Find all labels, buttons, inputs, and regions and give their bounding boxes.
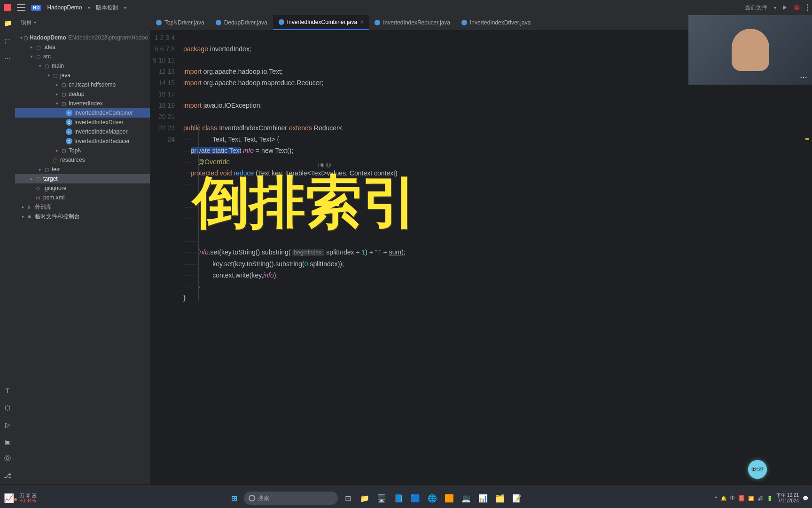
webcam-menu-icon: ⋯: [800, 73, 808, 82]
tree-item[interactable]: test: [52, 166, 61, 173]
tree-item[interactable]: 临时文件和控制台: [35, 213, 80, 221]
run-tool-icon[interactable]: ▷: [3, 421, 12, 429]
editor-tab[interactable]: TopNDriver.java: [150, 15, 210, 30]
terminal-icon[interactable]: T: [3, 387, 12, 395]
tree-item[interactable]: cn.itcast.hdfsdemo: [69, 81, 116, 88]
start-button[interactable]: ⊞: [227, 491, 241, 505]
java-file-icon: [156, 20, 162, 25]
stock-widget-icon[interactable]: 📈: [4, 493, 17, 503]
taskbar-app-icon[interactable]: 🟦: [408, 491, 422, 505]
webcam-overlay: ⋯: [688, 15, 812, 85]
tree-item[interactable]: InvertedIndex: [69, 100, 103, 107]
ime-indicator[interactable]: 中: [730, 495, 735, 501]
tree-item[interactable]: 外部库: [35, 203, 52, 211]
warning-stripe[interactable]: [805, 138, 809, 140]
chevron-down-icon[interactable]: ▾: [34, 20, 36, 25]
tree-item[interactable]: .gitignore: [43, 185, 66, 191]
tree-item-selected[interactable]: InvertedIndexCombiner: [74, 110, 133, 116]
notification-icon[interactable]: 💬: [803, 496, 808, 501]
tree-root[interactable]: HadoopDemo: [30, 34, 66, 41]
git-icon[interactable]: ⎇: [3, 471, 12, 480]
problems-icon[interactable]: ⓪: [3, 454, 12, 463]
task-view-icon[interactable]: ⊡: [341, 491, 355, 505]
tree-item[interactable]: src: [43, 53, 51, 60]
tree-item[interactable]: TopN: [69, 147, 82, 154]
tab-label: InvertedIndexDriver.java: [470, 19, 531, 26]
tray-icon[interactable]: 🔔: [721, 496, 726, 501]
build-icon[interactable]: ▣: [3, 437, 12, 446]
taskbar-app-icon[interactable]: 🟧: [442, 491, 456, 505]
tab-label: TopNDriver.java: [164, 19, 204, 26]
wifi-icon[interactable]: 📶: [748, 496, 754, 501]
line-gutter: 1 2 3 4 5 6 7 8 9 10 11 12 13 14 15 16 1…: [150, 30, 183, 484]
debug-icon[interactable]: 🐞: [793, 4, 800, 11]
chevron-down-icon[interactable]: ▾: [88, 5, 90, 10]
java-file-icon: [461, 20, 467, 25]
current-file-label[interactable]: 当前文件: [745, 4, 767, 12]
search-placeholder: 搜索: [258, 494, 269, 502]
tab-label: DedupDriver.java: [224, 19, 267, 26]
more-tool-icon[interactable]: ⋯: [3, 55, 12, 63]
project-name[interactable]: HadoopDemo: [47, 4, 82, 11]
tab-label: InvertedIndexReducer.java: [383, 19, 450, 26]
taskbar-search[interactable]: 搜索: [244, 492, 338, 505]
code-editor[interactable]: 1 2 3 4 5 6 7 8 9 10 11 12 13 14 15 16 1…: [150, 30, 812, 484]
run-icon[interactable]: [783, 5, 787, 10]
taskbar-app-icon[interactable]: 📊: [476, 491, 490, 505]
tree-item[interactable]: main: [52, 63, 64, 69]
editor-tab[interactable]: DedupDriver.java: [210, 15, 273, 30]
tree-item[interactable]: InvertedIndexDriver: [74, 119, 124, 126]
java-file-icon: [375, 20, 380, 25]
project-badge: HD: [31, 5, 41, 11]
chevron-down-icon[interactable]: ▾: [774, 5, 776, 10]
java-file-icon: [279, 19, 284, 25]
java-file-icon: [216, 20, 221, 25]
more-icon[interactable]: [807, 4, 808, 11]
project-tree[interactable]: ▾▢HadoopDemoE:\idea\ide2023\program\Hado…: [15, 30, 150, 484]
main-menu-icon[interactable]: [17, 4, 25, 11]
tree-item[interactable]: .idea: [43, 44, 55, 50]
volume-icon[interactable]: 🔊: [757, 496, 763, 501]
tree-item[interactable]: dedup: [69, 91, 84, 97]
taskbar-app-icon[interactable]: 📝: [510, 491, 524, 505]
vcs-menu[interactable]: 版本控制: [96, 4, 118, 12]
tray-icon[interactable]: S: [739, 495, 745, 501]
tab-label: InvertedIndexCombiner.java: [287, 19, 357, 25]
video-overlay-title: 倒排索引: [193, 165, 418, 241]
ide-logo-icon: [4, 4, 11, 11]
project-tool-icon[interactable]: 📁: [3, 19, 12, 27]
tree-item[interactable]: pom.xml: [43, 194, 64, 201]
stock-widget[interactable]: 万 泰 液 +3.84%: [20, 493, 37, 503]
chevron-down-icon[interactable]: ▾: [124, 5, 126, 10]
editor-tab[interactable]: InvertedIndexDriver.java: [456, 15, 536, 30]
system-clock[interactable]: 下午 10:21 7/11/2024: [776, 492, 799, 504]
tree-item[interactable]: InvertedIndexReducer: [74, 138, 130, 144]
tree-item[interactable]: target: [43, 175, 58, 182]
editor-tab-active[interactable]: InvertedIndexCombiner.java×: [273, 15, 369, 30]
taskbar-app-icon[interactable]: 📘: [391, 491, 406, 505]
taskbar-app-icon[interactable]: 🌐: [425, 491, 439, 505]
close-tab-icon[interactable]: ×: [360, 19, 363, 25]
taskbar-app-icon[interactable]: 💻: [459, 491, 473, 505]
tray-chevron-icon[interactable]: ˄: [715, 496, 717, 501]
editor-tab[interactable]: InvertedIndexReducer.java: [369, 15, 456, 30]
sidebar-title: 项目: [21, 18, 32, 26]
battery-icon[interactable]: 🔋: [767, 496, 773, 501]
taskbar-app-icon[interactable]: 🖥️: [375, 491, 389, 505]
structure-tool-icon[interactable]: ⬚: [3, 37, 12, 45]
taskbar-app-icon[interactable]: 🗂️: [493, 491, 507, 505]
services-icon[interactable]: ⬡: [3, 404, 12, 412]
recording-timer: 02:27: [748, 460, 767, 479]
tree-root-path: E:\idea\ide2023\program\Hadoo: [68, 34, 148, 41]
search-icon: [249, 495, 255, 501]
tree-item[interactable]: java: [60, 72, 70, 79]
tree-item[interactable]: resources: [60, 157, 85, 163]
taskbar-app-icon[interactable]: 📁: [358, 491, 372, 505]
tree-item[interactable]: InvertedIndexMapper: [74, 128, 127, 135]
